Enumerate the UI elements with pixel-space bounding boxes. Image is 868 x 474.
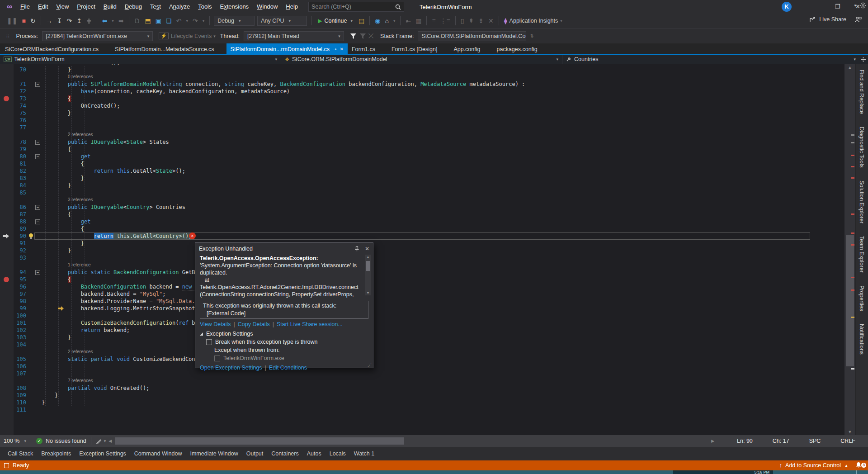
code-line[interactable]: 104 — [0, 341, 844, 348]
code-line[interactable]: 88 get− — [0, 218, 844, 225]
bookmark-icon[interactable]: ▯ — [458, 17, 467, 24]
line-number[interactable]: 102 — [0, 327, 26, 334]
code-text[interactable]: } — [42, 240, 84, 247]
code-text[interactable]: public static BackendConfiguration GetB — [42, 269, 195, 276]
pin-icon[interactable] — [354, 246, 359, 251]
line-number[interactable]: 91 — [0, 240, 26, 247]
line-number[interactable]: 103 — [0, 334, 26, 341]
code-line[interactable]: 89 { — [0, 225, 844, 232]
menu-view[interactable]: View — [52, 0, 73, 14]
line-number[interactable]: 104 — [0, 341, 26, 348]
line-ending-indicator[interactable]: CRLF — [840, 438, 855, 444]
side-tab-diagnostic-tools[interactable]: Diagnostic Tools — [859, 123, 865, 172]
properties-window-icon[interactable]: ▦ — [413, 17, 424, 24]
breakpoint-icon[interactable] — [4, 96, 9, 101]
application-insights-label[interactable]: Application Insights — [509, 18, 558, 24]
solution-platform-dropdown[interactable]: Any CPU▾ — [257, 16, 307, 26]
fold-collapse-icon[interactable]: − — [35, 82, 40, 87]
code-text[interactable]: static partial void CustomizeBackendCon — [42, 356, 195, 363]
code-line[interactable]: 71 public StPlatformDomainModel(string c… — [0, 81, 844, 88]
references-annotation[interactable]: 2 references — [68, 348, 93, 356]
code-text[interactable]: } — [42, 109, 71, 117]
fold-collapse-icon[interactable]: − — [35, 154, 40, 159]
line-number[interactable]: 75 — [0, 109, 26, 117]
notifications-button[interactable]: 3 — [855, 462, 864, 469]
code-line[interactable]: 110} — [0, 399, 844, 406]
stack-frame-nav-icon[interactable]: ⇅ — [528, 33, 536, 38]
code-line[interactable]: 97 backend.Backend = "MySql"; — [0, 290, 844, 298]
line-number[interactable]: 80 — [0, 153, 26, 160]
break-when-thrown-checkbox[interactable] — [206, 339, 212, 345]
references-annotation[interactable]: 2 references — [68, 131, 93, 138]
popup-scroll-up-icon[interactable]: ▲ — [365, 255, 371, 259]
code-text[interactable]: { — [42, 276, 71, 283]
line-number[interactable]: 110 — [0, 399, 26, 406]
redo-icon[interactable]: ↷ — [190, 17, 200, 24]
open-exception-settings-link[interactable]: Open Exception Settings — [200, 365, 262, 371]
editor-horizontal-scrollbar[interactable]: ◀ ▶ — [108, 435, 714, 447]
line-number[interactable]: 71 — [0, 81, 26, 88]
fold-collapse-icon[interactable]: − — [35, 140, 40, 145]
hot-reload-icon[interactable]: ▤ — [356, 17, 367, 24]
line-number[interactable]: 100 — [0, 312, 26, 319]
tab-stcoreormbackendconfiguration-cs[interactable]: StCoreORMBackendConfiguration.cs — [1, 43, 103, 55]
callstack-frame[interactable]: [External Code] — [203, 310, 365, 318]
hscrollbar-thumb[interactable] — [115, 437, 404, 445]
panel-tab-immediate-window[interactable]: Immediate Window — [186, 450, 242, 457]
code-annotation-row[interactable]: 1 reference — [0, 261, 844, 269]
line-number[interactable]: 93 — [0, 254, 26, 261]
tab-packages-config[interactable]: packages.config — [492, 43, 541, 55]
process-dropdown[interactable]: [27864] TelerikOrmWinForm.exe▾ — [42, 31, 153, 41]
panel-tab-watch-1[interactable]: Watch 1 — [350, 450, 378, 457]
line-number[interactable]: 72 — [0, 88, 26, 95]
break-when-thrown-row[interactable]: Break when this exception type is thrown — [206, 339, 368, 345]
popup-resize-grip[interactable]: ⋰ — [368, 363, 372, 367]
line-number[interactable]: 85 — [0, 189, 26, 196]
edit-conditions-link[interactable]: Edit Conditions — [269, 365, 307, 371]
step-out-icon[interactable]: ↥ — [74, 17, 84, 24]
redo-dropdown-icon[interactable]: ▾ — [200, 19, 207, 23]
view-details-link[interactable]: View Details — [200, 321, 231, 327]
line-number[interactable]: 79 — [0, 146, 26, 153]
code-line[interactable]: 93 — [0, 254, 844, 261]
solution-explorer-sync-icon[interactable]: ⇤ — [403, 17, 413, 24]
code-line[interactable]: 77 — [0, 124, 844, 131]
code-text[interactable]: { — [42, 146, 71, 153]
code-line[interactable]: 105 static partial void CustomizeBackend… — [0, 356, 844, 363]
code-line[interactable]: 109 } — [0, 392, 844, 399]
line-number[interactable]: 99 — [0, 305, 26, 312]
code-text[interactable]: } — [42, 66, 71, 73]
breakpoints-window-icon[interactable]: ◉ — [373, 17, 382, 24]
restore-button[interactable]: ❐ — [827, 0, 848, 14]
panel-tab-exception-settings[interactable]: Exception Settings — [75, 450, 130, 457]
code-line[interactable]: 72 base(connection, cacheKey, backendCon… — [0, 88, 844, 95]
side-tab-team-explorer[interactable]: Team Explorer — [859, 232, 865, 277]
issues-label[interactable]: No issues found — [46, 438, 86, 444]
lifecycle-events-label[interactable]: Lifecycle Events — [171, 33, 212, 39]
line-number[interactable]: 87 — [0, 211, 26, 218]
code-line[interactable]: 81 { — [0, 160, 844, 167]
code-text[interactable]: public IQueryable<State> States — [42, 138, 169, 146]
code-text[interactable]: OnCreated(); — [42, 102, 120, 109]
code-line[interactable]: 73 { — [0, 95, 844, 102]
code-line[interactable]: 99 backend.Logging.MetricStoreSnapshot — [0, 305, 844, 312]
line-number[interactable]: 76 — [0, 117, 26, 124]
code-line[interactable]: 103 } — [0, 334, 844, 341]
navigate-back-dropdown-icon[interactable]: ▾ — [109, 19, 116, 23]
account-avatar[interactable]: K — [782, 2, 792, 12]
application-insights-icon[interactable]: ⧫ — [502, 17, 509, 24]
lightbulb-icon[interactable] — [29, 233, 33, 237]
scroll-up-icon[interactable]: ▲ — [844, 65, 855, 70]
line-number[interactable]: 97 — [0, 290, 26, 298]
menu-tools[interactable]: Tools — [194, 0, 216, 14]
references-annotation[interactable]: 1 reference — [68, 261, 91, 269]
code-line[interactable]: 79 { — [0, 146, 844, 153]
code-text[interactable]: backend.Logging.MetricStoreSnapshot — [42, 305, 195, 312]
insert-mode-indicator[interactable]: SPC — [809, 438, 821, 444]
code-line[interactable]: 74 OnCreated(); — [0, 102, 844, 109]
tab-form1-cs[interactable]: Form1.cs — [348, 43, 379, 55]
menu-analyze[interactable]: Analyze — [165, 0, 194, 14]
code-text[interactable]: BackendConfiguration backend = new — [42, 283, 195, 290]
windows-dropdown-icon[interactable]: ▾ — [391, 19, 398, 23]
split-editor-icon[interactable] — [860, 57, 866, 62]
